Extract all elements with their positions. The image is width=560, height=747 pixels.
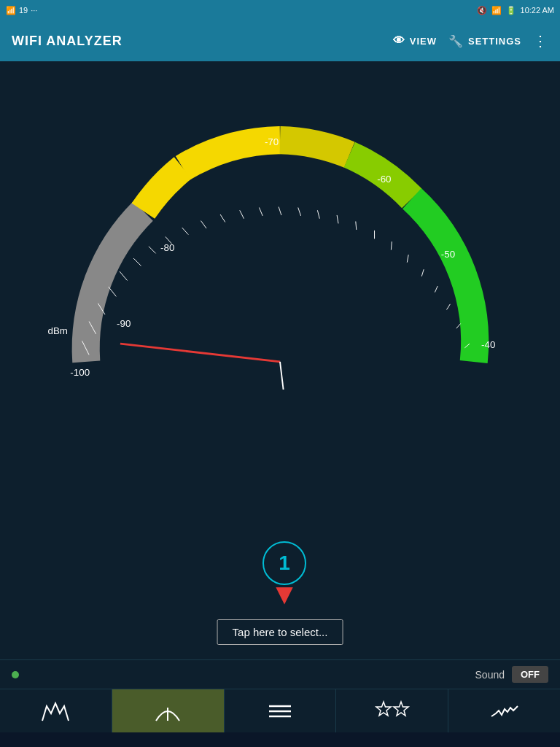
settings-label: SETTINGS — [468, 36, 521, 47]
svg-marker-39 — [394, 702, 408, 716]
nav-list[interactable] — [225, 689, 337, 732]
app-bar: WIFI ANALYZER 👁 VIEW 🔧 SETTINGS ⋮ — [0, 20, 560, 61]
clock: 10:22 AM — [521, 6, 554, 15]
svg-text:-60: -60 — [377, 174, 391, 185]
svg-line-31 — [447, 304, 451, 310]
svg-text:-40: -40 — [481, 339, 495, 350]
mute-icon: 🔇 — [477, 6, 487, 15]
tap-select-button[interactable]: Tap here to select... — [217, 619, 343, 645]
stars-icon — [374, 700, 411, 722]
overflow-menu-button[interactable]: ⋮ — [533, 32, 548, 50]
view-button[interactable]: 👁 VIEW — [393, 34, 437, 47]
svg-text:-90: -90 — [117, 318, 131, 329]
main-content: -100 dBm -90 -80 -70 -60 -50 -40 — [0, 61, 560, 659]
svg-line-28 — [407, 255, 408, 262]
view-label: VIEW — [410, 36, 437, 47]
nav-channel-graph[interactable] — [0, 689, 112, 732]
connection-indicator — [12, 671, 19, 678]
svg-line-21 — [279, 207, 281, 215]
down-arrow-icon: ▼ — [270, 579, 299, 608]
svg-line-22 — [298, 207, 301, 215]
svg-line-27 — [391, 241, 392, 249]
gauge-svg: -100 dBm -90 -80 -70 -60 -50 -40 — [32, 98, 528, 390]
svg-line-23 — [317, 210, 319, 218]
svg-line-20 — [259, 207, 262, 215]
time-graph-icon — [490, 700, 519, 722]
svg-line-32 — [456, 324, 461, 329]
svg-line-18 — [220, 214, 225, 222]
needle-white — [280, 362, 310, 390]
tap-select-area[interactable]: Tap here to select... — [217, 619, 343, 645]
channel-graph-icon — [41, 700, 70, 722]
status-right-icons: 🔇 📶 🔋 10:22 AM — [477, 6, 554, 15]
gauge-container: -100 dBm -90 -80 -70 -60 -50 -40 — [32, 98, 528, 390]
sound-label: Sound — [475, 669, 505, 681]
svg-marker-38 — [376, 702, 391, 716]
status-bar: 📶 19 ··· 🔇 📶 🔋 10:22 AM — [0, 0, 560, 20]
svg-text:-100: -100 — [70, 367, 90, 378]
indicator-container: 1 ▼ — [262, 541, 306, 608]
nav-time-graph[interactable] — [448, 689, 560, 732]
svg-line-16 — [182, 228, 189, 235]
bottom-nav — [0, 689, 560, 732]
svg-line-19 — [240, 210, 244, 218]
nav-stars[interactable] — [336, 689, 448, 732]
app-bar-actions: 👁 VIEW 🔧 SETTINGS ⋮ — [393, 32, 548, 50]
svg-line-11 — [109, 287, 116, 296]
svg-text:-70: -70 — [265, 136, 279, 147]
wrench-icon: 🔧 — [448, 34, 464, 48]
eye-icon: 👁 — [393, 34, 405, 47]
needle-red — [120, 344, 280, 362]
svg-line-25 — [356, 222, 357, 230]
bottom-status-bar: Sound OFF — [0, 659, 560, 689]
svg-text:-50: -50 — [441, 249, 455, 260]
status-dots: ··· — [31, 6, 37, 15]
signal-meter-icon — [153, 700, 182, 722]
svg-text:-80: -80 — [160, 242, 174, 253]
svg-line-29 — [421, 269, 424, 276]
list-icon — [265, 700, 295, 722]
app-title: WIFI ANALYZER — [12, 34, 393, 49]
nav-signal-meter[interactable] — [112, 689, 225, 732]
svg-line-13 — [133, 258, 141, 266]
svg-text:dBm: dBm — [48, 325, 68, 336]
status-number: 19 — [19, 6, 28, 15]
svg-line-30 — [435, 286, 438, 293]
settings-button[interactable]: 🔧 SETTINGS — [448, 34, 521, 48]
svg-line-17 — [201, 221, 206, 228]
status-left-icons: 📶 19 ··· — [6, 6, 37, 15]
sound-toggle-button[interactable]: OFF — [512, 666, 548, 683]
battery-icon: 🔋 — [506, 6, 516, 15]
svg-line-12 — [120, 271, 127, 280]
wifi-icon: 📶 — [491, 6, 502, 15]
svg-line-24 — [337, 215, 338, 223]
notification-icon: 📶 — [6, 6, 16, 15]
svg-line-14 — [149, 247, 156, 254]
